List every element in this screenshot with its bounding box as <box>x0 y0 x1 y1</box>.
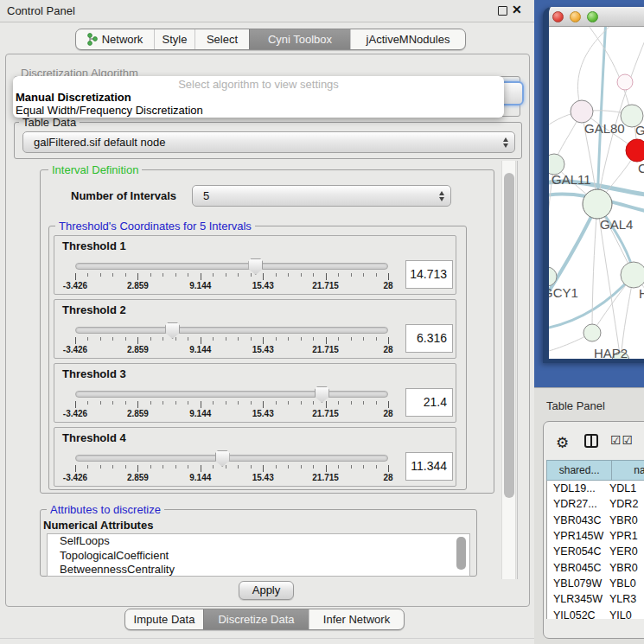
tab-select[interactable]: Select <box>194 29 249 49</box>
popup-option-manual-discretization[interactable]: Manual Discretization <box>13 91 504 104</box>
minimize-traffic-light[interactable] <box>570 11 581 22</box>
list-item[interactable]: TopologicalCoefficient <box>48 549 469 564</box>
slider-tick <box>100 273 101 277</box>
table-data-group-title: Table Data <box>19 116 80 129</box>
slider-tick <box>238 401 239 405</box>
tab-impute-data[interactable]: Impute Data <box>125 609 203 629</box>
list-scrollbar-thumb[interactable] <box>456 537 466 570</box>
slider-tick-label: 21.715 <box>312 473 339 482</box>
slider-tick <box>326 337 327 344</box>
slider-tick <box>75 401 76 408</box>
slider-tick <box>388 465 389 472</box>
slider-tick <box>188 465 188 469</box>
slider-tick-labels: -3.4262.8599.14415.4321.71528 <box>75 473 388 483</box>
num-intervals-label: Number of Intervals <box>71 189 176 202</box>
checkbox-icons[interactable]: ☑☑ <box>610 433 634 447</box>
popup-option-equal-width[interactable]: Equal Width/Frequency Discretization <box>13 104 504 117</box>
popup-placeholder-option[interactable]: Select algorithm to view settings <box>13 76 504 91</box>
slider-tick <box>87 465 88 469</box>
columns-icon[interactable] <box>584 434 598 448</box>
slider-tick <box>226 465 226 469</box>
table-row[interactable]: YER054CYER0 <box>547 544 644 559</box>
slider-tick-label: 9.144 <box>189 473 211 482</box>
network-node[interactable] <box>621 262 644 288</box>
network-graph[interactable] <box>549 27 644 359</box>
slider-tick <box>163 401 163 405</box>
threshold-3-slider[interactable] <box>75 391 388 398</box>
apply-button[interactable]: Apply <box>239 581 294 600</box>
tab-network[interactable]: Network <box>76 29 154 49</box>
table-row[interactable]: YBR043CYBR0 <box>547 513 644 528</box>
cell-shared-name: YER054C <box>547 545 609 558</box>
slider-tick <box>363 273 364 277</box>
slider-tick <box>150 273 151 277</box>
panel-bottom-divider <box>0 638 534 639</box>
slider-tick <box>125 273 126 277</box>
algorithm-dropdown-popup: Select algorithm to view settings Manual… <box>13 76 504 118</box>
interval-definition-title: Interval Definition <box>48 163 142 176</box>
table-row[interactable]: YBL079WYBL0 <box>547 576 644 591</box>
network-canvas[interactable]: GAL80GAGAL11CGAL4GCY1HHAP2 <box>549 27 644 359</box>
slider-tick <box>213 465 214 469</box>
slider-tick <box>251 337 252 341</box>
list-item[interactable]: SelfLoops <box>48 534 469 549</box>
node-label-c: C <box>638 161 644 175</box>
table-row[interactable]: YBR045CYBR0 <box>547 559 644 575</box>
vertical-scrollbar[interactable] <box>501 161 516 579</box>
table-row[interactable]: YLR345WYLR3 <box>547 591 644 607</box>
slider-tick <box>125 337 126 341</box>
cell-name: YLR3 <box>609 593 636 605</box>
slider-tick <box>388 273 389 280</box>
close-icon[interactable]: ✕ <box>512 3 522 16</box>
slider-tick <box>188 337 188 341</box>
threshold-2-slider[interactable] <box>75 327 388 334</box>
threshold-2-value-field[interactable]: 6.316 <box>405 324 453 353</box>
network-node-selected-red[interactable] <box>626 139 644 162</box>
network-node-gal80[interactable] <box>571 100 593 123</box>
slider-tick <box>276 273 277 277</box>
slider-ticks <box>75 273 388 280</box>
slider-tick <box>112 273 113 277</box>
network-window-titlebar[interactable] <box>549 7 644 27</box>
slider-tick-label: 2.859 <box>127 345 149 354</box>
table-row[interactable]: YPR145WYPR1 <box>547 528 644 544</box>
slider-tick <box>87 337 88 341</box>
vertical-scrollbar-thumb[interactable] <box>504 173 514 498</box>
threshold-3-value-field[interactable]: 21.4 <box>405 388 453 417</box>
slider-tick <box>313 337 314 341</box>
slider-tick <box>201 465 201 472</box>
network-node-gal4[interactable] <box>583 189 612 219</box>
slider-tick <box>75 273 76 280</box>
tab-infer-network[interactable]: Infer Network <box>309 609 404 629</box>
threshold-4-slider[interactable] <box>75 455 388 462</box>
slider-tick <box>251 401 252 405</box>
table-row[interactable]: YIL052CYIL0 <box>547 607 644 619</box>
zoom-traffic-light[interactable] <box>587 11 598 22</box>
list-item[interactable]: BetweennessCentrality <box>48 563 469 577</box>
cell-shared-name: YPR145W <box>547 530 609 542</box>
threshold-1-slider[interactable] <box>75 263 388 270</box>
slider-tick <box>276 465 277 469</box>
tab-cyni-toolbox[interactable]: Cyni Toolbox <box>249 29 350 49</box>
slider-tick <box>326 465 327 472</box>
gear-icon[interactable]: ⚙ <box>556 434 569 452</box>
table-row[interactable]: YDL19...YDL1 <box>547 481 644 496</box>
close-traffic-light[interactable] <box>552 11 564 22</box>
threshold-1-value-field[interactable]: 14.713 <box>405 260 453 289</box>
table-data-combo[interactable]: galFiltered.sif default node <box>22 131 515 153</box>
tab-jactivemnodules[interactable]: jActiveMNodules <box>350 29 465 49</box>
combo-stepper-icon <box>439 191 444 201</box>
network-view-window[interactable]: GAL80GAGAL11CGAL4GCY1HHAP2 <box>543 7 644 363</box>
num-intervals-combo[interactable]: 5 <box>192 185 451 207</box>
table-row[interactable]: YDR27...YDR2 <box>547 496 644 512</box>
threshold-4-value-field[interactable]: 11.344 <box>405 452 453 481</box>
tab-discretize-data[interactable]: Discretize Data <box>203 609 309 629</box>
network-node-hap2[interactable] <box>583 324 601 341</box>
column-header-name[interactable]: na <box>612 460 644 481</box>
slider-tick <box>213 273 214 277</box>
float-window-icon[interactable] <box>498 6 507 16</box>
slider-tick-label: 2.859 <box>127 409 149 418</box>
tab-style[interactable]: Style <box>154 29 194 49</box>
network-node[interactable] <box>617 74 633 90</box>
column-header-shared-name[interactable]: shared... <box>546 460 612 481</box>
